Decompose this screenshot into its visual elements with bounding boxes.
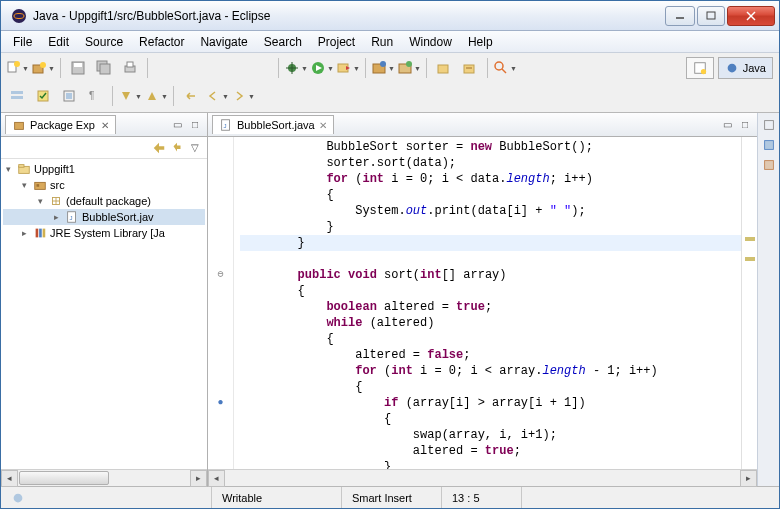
svg-point-26 [406, 61, 412, 67]
svg-rect-36 [11, 96, 23, 99]
menu-window[interactable]: Window [401, 33, 460, 51]
new-package-button[interactable]: ▼ [31, 57, 55, 79]
maximize-pane-button[interactable]: □ [187, 117, 203, 133]
forward-button[interactable]: ▼ [231, 85, 255, 107]
show-whitespace-button[interactable]: ¶ [83, 85, 107, 107]
file-node[interactable]: ▸ J BubbleSort.jav [3, 209, 205, 225]
maximize-button[interactable] [697, 6, 725, 26]
project-label: Uppgift1 [34, 163, 75, 175]
close-icon[interactable]: ✕ [319, 120, 327, 131]
menu-source[interactable]: Source [77, 33, 131, 51]
titlebar: Java - Uppgift1/src/BubbleSort.java - Ec… [1, 1, 779, 31]
expand-icon[interactable]: ▸ [19, 228, 30, 239]
editor-gutter[interactable]: ⊖● [208, 137, 234, 469]
close-icon[interactable]: ✕ [101, 120, 109, 131]
java-perspective-button[interactable]: Java [718, 57, 773, 79]
svg-rect-59 [764, 141, 773, 150]
save-button[interactable] [66, 57, 90, 79]
svg-rect-47 [37, 184, 40, 187]
svg-text:J: J [223, 122, 226, 129]
status-writable: Writable [211, 487, 341, 508]
editor-h-scrollbar[interactable]: ◂ ▸ [208, 469, 757, 486]
window-title: Java - Uppgift1/src/BubbleSort.java - Ec… [33, 9, 665, 23]
menu-refactor[interactable]: Refactor [131, 33, 192, 51]
new-button[interactable]: ▼ [5, 57, 29, 79]
restore-view-button[interactable] [761, 117, 777, 133]
minimize-editor-button[interactable]: ▭ [719, 117, 735, 133]
prev-annotation-button[interactable]: ▼ [144, 85, 168, 107]
scroll-right-button[interactable]: ▸ [740, 470, 757, 487]
expand-icon[interactable]: ▸ [51, 212, 62, 223]
menu-run[interactable]: Run [363, 33, 401, 51]
close-button[interactable] [727, 6, 775, 26]
svg-text:J: J [69, 214, 72, 221]
print-button[interactable] [118, 57, 142, 79]
java-file-icon: J [219, 118, 233, 132]
package-tree[interactable]: ▾ Uppgift1 ▾ src ▾ (default package) ▸ J… [1, 159, 207, 469]
svg-point-61 [14, 493, 23, 502]
svg-point-34 [727, 64, 736, 73]
package-node[interactable]: ▾ (default package) [3, 193, 205, 209]
maximize-editor-button[interactable]: □ [737, 117, 753, 133]
jre-label: JRE System Library [Ja [50, 227, 165, 239]
debug-button[interactable]: ▼ [284, 57, 308, 79]
project-icon [17, 162, 31, 176]
open-type-button[interactable] [432, 57, 456, 79]
horizontal-scrollbar[interactable]: ◂ ▸ [1, 469, 207, 486]
editor-tab[interactable]: J BubbleSort.java ✕ [212, 115, 334, 134]
overview-ruler[interactable] [741, 137, 757, 469]
collapse-icon[interactable]: ▾ [19, 180, 30, 191]
overview-mark [745, 257, 755, 261]
scroll-left-button[interactable]: ◂ [1, 470, 18, 487]
jre-node[interactable]: ▸ JRE System Library [Ja [3, 225, 205, 241]
run-button[interactable]: ▼ [310, 57, 334, 79]
collapse-icon[interactable]: ▾ [3, 164, 14, 175]
file-label: BubbleSort.jav [82, 211, 154, 223]
collapse-all-button[interactable] [151, 140, 167, 156]
open-task-button[interactable] [458, 57, 482, 79]
search-button[interactable]: ▼ [493, 57, 517, 79]
new-java-project-button[interactable]: ▼ [371, 57, 395, 79]
save-all-button[interactable] [92, 57, 116, 79]
project-node[interactable]: ▾ Uppgift1 [3, 161, 205, 177]
svg-rect-60 [764, 161, 773, 170]
menu-project[interactable]: Project [310, 33, 363, 51]
svg-rect-27 [438, 65, 448, 73]
status-position: 13 : 5 [441, 487, 521, 508]
package-label: (default package) [66, 195, 151, 207]
menu-search[interactable]: Search [256, 33, 310, 51]
new-java-package-button[interactable]: ▼ [397, 57, 421, 79]
last-edit-button[interactable] [179, 85, 203, 107]
status-icon-cell [1, 487, 211, 508]
minimize-pane-button[interactable]: ▭ [169, 117, 185, 133]
package-explorer-tab[interactable]: Package Exp ✕ [5, 115, 116, 134]
menu-help[interactable]: Help [460, 33, 501, 51]
menu-navigate[interactable]: Navigate [192, 33, 255, 51]
toggle-breadcrumb-button[interactable] [5, 85, 29, 107]
minimize-button[interactable] [665, 6, 695, 26]
toggle-block-button[interactable] [57, 85, 81, 107]
link-editor-button[interactable] [169, 140, 185, 156]
menu-edit[interactable]: Edit [40, 33, 77, 51]
next-annotation-button[interactable]: ▼ [118, 85, 142, 107]
back-button[interactable]: ▼ [205, 85, 229, 107]
open-perspective-button[interactable] [686, 57, 714, 79]
view-menu-button[interactable]: ▽ [187, 140, 203, 156]
editor-code-area[interactable]: BubbleSort sorter = new BubbleSort(); so… [234, 137, 741, 469]
scroll-left-button[interactable]: ◂ [208, 470, 225, 487]
run-last-button[interactable]: ▼ [336, 57, 360, 79]
scroll-thumb[interactable] [19, 471, 109, 485]
toggle-mark-button[interactable] [31, 85, 55, 107]
editor-tab-label: BubbleSort.java [237, 119, 315, 131]
trim-view-icon[interactable] [761, 157, 777, 173]
status-icon [11, 491, 25, 505]
menu-file[interactable]: File [5, 33, 40, 51]
scroll-right-button[interactable]: ▸ [190, 470, 207, 487]
collapse-icon[interactable]: ▾ [35, 196, 46, 207]
svg-rect-13 [100, 64, 110, 74]
trim-view-icon[interactable] [761, 137, 777, 153]
package-explorer-title: Package Exp [30, 119, 95, 131]
library-icon [33, 226, 47, 240]
src-label: src [50, 179, 65, 191]
src-node[interactable]: ▾ src [3, 177, 205, 193]
